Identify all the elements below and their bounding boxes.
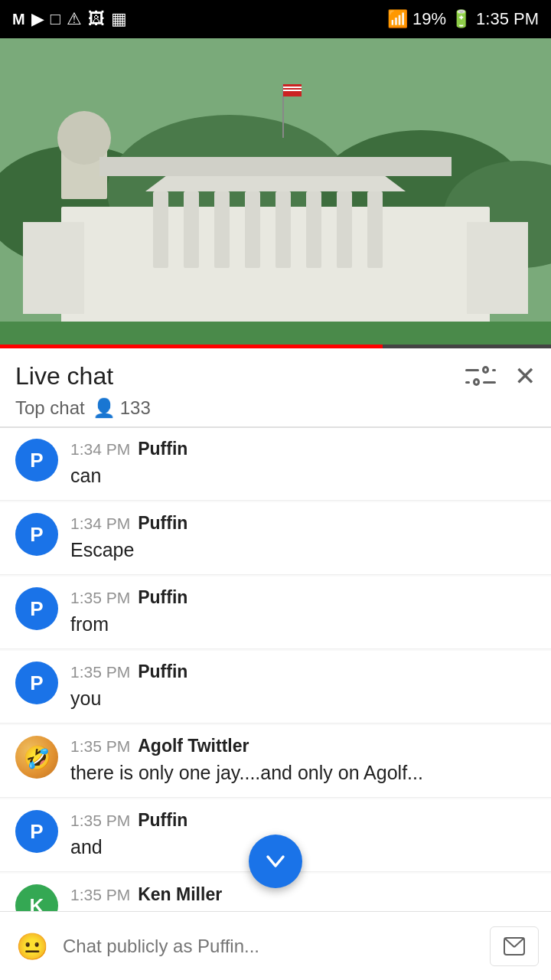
battery-icon: 🔋 [451, 9, 471, 29]
message-meta: 1:35 PM Puffin [70, 662, 536, 682]
svg-rect-15 [367, 191, 383, 268]
person-icon: 👤 [93, 397, 116, 419]
message-author: Agolf Twittler [138, 736, 249, 756]
svg-rect-13 [306, 191, 321, 268]
avatar: P [15, 662, 58, 704]
chat-header-actions: ✕ [465, 361, 536, 391]
top-chat-label[interactable]: Top chat [15, 397, 85, 419]
svg-rect-19 [467, 222, 528, 314]
message-text: from [70, 611, 536, 638]
close-button[interactable]: ✕ [514, 361, 536, 391]
wifi-icon: 📶 [387, 9, 408, 29]
message-meta: 1:34 PM Puffin [70, 439, 536, 459]
message-author: Puffin [138, 810, 187, 831]
youtube-icon: ▶ [31, 9, 44, 29]
message-meta: 1:35 PM Puffin [70, 587, 536, 608]
scroll-down-button[interactable] [249, 835, 302, 888]
avatar: P [15, 587, 58, 630]
status-indicators: 📶 19% 🔋 1:35 PM [387, 9, 539, 29]
message-author: Puffin [138, 439, 187, 459]
notification-icon-m: M [12, 11, 25, 28]
message-content: 1:34 PM Puffin Escape [70, 513, 536, 564]
message-content: 1:35 PM Puffin and [70, 810, 536, 861]
chat-header-top: Live chat ✕ [15, 361, 536, 391]
svg-rect-8 [153, 191, 168, 268]
chat-message-row: P 1:35 PM Puffin you [0, 651, 551, 724]
message-text: Escape [70, 537, 536, 564]
message-time: 1:35 PM [70, 663, 130, 681]
message-content: 1:35 PM Puffin you [70, 662, 536, 712]
message-time: 1:35 PM [70, 886, 130, 904]
svg-rect-26 [0, 345, 383, 348]
chat-message-row: P 1:35 PM Puffin from [0, 577, 551, 649]
message-content: 1:35 PM Puffin from [70, 587, 536, 638]
message-meta: 1:35 PM Ken Miller [70, 884, 536, 905]
files-icon: □ [51, 9, 60, 29]
status-icons: M ▶ □ ⚠ 🖼 ▦ [12, 9, 127, 29]
emoji-button[interactable]: 😐 [12, 926, 52, 966]
chat-message-row: P 1:34 PM Puffin can [0, 428, 551, 501]
svg-rect-10 [214, 191, 230, 268]
message-meta: 1:35 PM Puffin [70, 810, 536, 831]
chat-messages-list: P 1:34 PM Puffin can P 1:34 PM Puffin Es… [0, 428, 551, 980]
adjust-button[interactable] [465, 361, 496, 391]
avatar: P [15, 513, 58, 556]
svg-rect-14 [337, 191, 352, 268]
avatar: P [15, 810, 58, 853]
message-time: 1:35 PM [70, 812, 130, 830]
battery-percent: 19% [412, 9, 446, 29]
chat-message-row: P 1:34 PM Puffin Escape [0, 502, 551, 575]
warning-icon: ⚠ [67, 9, 82, 29]
image-icon: 🖼 [88, 9, 105, 29]
message-meta: 1:35 PM Agolf Twittler [70, 736, 536, 756]
svg-rect-12 [276, 191, 291, 268]
message-time: 1:34 PM [70, 440, 130, 459]
svg-rect-18 [23, 222, 84, 314]
svg-rect-17 [99, 157, 452, 176]
video-player[interactable] [0, 38, 551, 348]
message-author: Puffin [138, 513, 187, 534]
chat-subtitle: Top chat 👤 133 [15, 397, 536, 419]
svg-line-29 [514, 938, 524, 947]
message-meta: 1:34 PM Puffin [70, 513, 536, 534]
message-author: Puffin [138, 587, 187, 608]
chat-title: Live chat [15, 362, 113, 390]
svg-rect-20 [0, 322, 551, 348]
send-button[interactable] [490, 926, 539, 966]
message-content: 1:35 PM Agolf Twittler there is only one… [70, 736, 536, 786]
message-text: can [70, 462, 536, 489]
send-icon [503, 935, 526, 958]
avatar: P [15, 439, 58, 482]
viewer-count: 👤 133 [93, 397, 151, 419]
svg-rect-9 [184, 191, 199, 268]
message-text: you [70, 685, 536, 712]
message-text: there is only one jay....and only on Ago… [70, 760, 536, 786]
chat-header: Live chat ✕ Top chat 👤 133 [0, 348, 551, 427]
grid-icon: ▦ [111, 9, 127, 29]
chevron-down-icon [262, 848, 289, 875]
video-thumbnail [0, 38, 551, 348]
message-text: and [70, 834, 536, 861]
svg-line-28 [504, 938, 514, 947]
viewer-number: 133 [120, 397, 151, 419]
svg-point-6 [57, 111, 111, 165]
avatar: 🤣 [15, 736, 58, 779]
chat-message-row: 🤣 1:35 PM Agolf Twittler there is only o… [0, 725, 551, 798]
clock: 1:35 PM [476, 9, 539, 29]
chat-input-area: 😐 [0, 911, 551, 980]
message-author: Puffin [138, 662, 187, 682]
message-content: 1:34 PM Puffin can [70, 439, 536, 489]
message-time: 1:35 PM [70, 589, 130, 607]
message-author: Ken Miller [138, 884, 222, 905]
chat-input[interactable] [63, 926, 479, 966]
svg-rect-11 [245, 191, 260, 268]
message-time: 1:34 PM [70, 514, 130, 533]
status-bar: M ▶ □ ⚠ 🖼 ▦ 📶 19% 🔋 1:35 PM [0, 0, 551, 38]
message-time: 1:35 PM [70, 737, 130, 756]
